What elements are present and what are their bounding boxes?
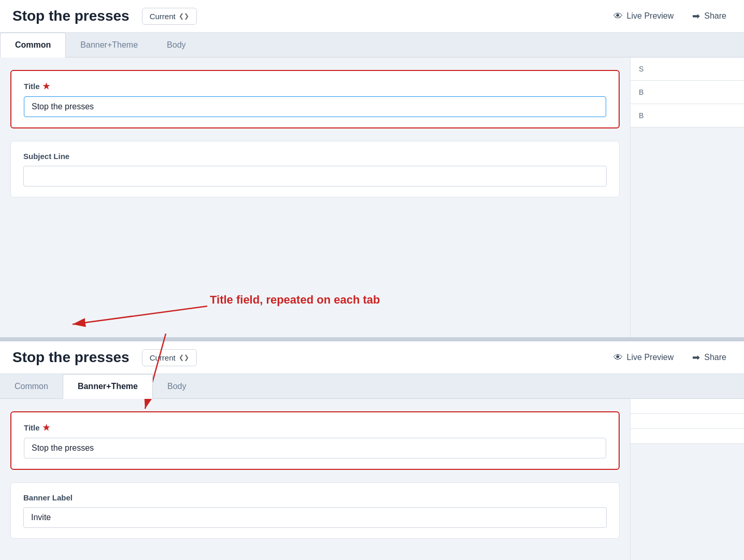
tab-common-top[interactable]: Common bbox=[0, 33, 66, 58]
live-preview-label-top: Live Preview bbox=[627, 11, 674, 21]
title-field-card-bottom: Title ★ bbox=[10, 411, 620, 470]
share-icon-bottom: ➡ bbox=[692, 352, 700, 363]
required-star-title-bottom: ★ bbox=[42, 423, 50, 433]
right-panel-item-s[interactable]: S bbox=[631, 58, 744, 81]
top-content-area: Title ★ Subject Line bbox=[0, 58, 630, 210]
panel-divider bbox=[0, 337, 744, 341]
tab-body-top[interactable]: Body bbox=[152, 33, 200, 57]
top-header: Stop the presses Current ❮❯ 👁 Live Previ… bbox=[0, 0, 744, 33]
page-title-bottom: Stop the presses bbox=[12, 349, 130, 366]
bottom-main-panel: Title ★ bbox=[0, 399, 630, 560]
right-panel-bottom-item-2[interactable] bbox=[631, 414, 744, 429]
top-panel: Stop the presses Current ❮❯ 👁 Live Previ… bbox=[0, 0, 744, 337]
title-field-card-top: Title ★ bbox=[10, 70, 620, 128]
live-preview-label-bottom: Live Preview bbox=[627, 353, 674, 362]
title-input-top[interactable] bbox=[24, 96, 606, 117]
subject-line-card-top: Subject Line bbox=[10, 141, 620, 197]
tab-banner-theme-bottom[interactable]: Banner+Theme bbox=[63, 374, 153, 399]
bottom-content-area: Title ★ bbox=[0, 399, 630, 551]
live-preview-button-bottom[interactable]: 👁 Live Preview bbox=[608, 349, 679, 366]
share-button-top[interactable]: ➡ Share bbox=[687, 7, 732, 25]
required-star-title-top: ★ bbox=[42, 81, 50, 91]
eye-icon-top: 👁 bbox=[613, 11, 623, 22]
banner-label-input-bottom[interactable] bbox=[23, 507, 607, 528]
version-dropdown-top[interactable]: Current ❮❯ bbox=[142, 8, 197, 25]
tab-body-bottom[interactable]: Body bbox=[153, 375, 201, 398]
version-label-bottom: Current bbox=[150, 353, 176, 362]
share-label-bottom: Share bbox=[704, 353, 726, 362]
right-panel-top: S B B bbox=[630, 58, 744, 337]
tabs-bar-bottom: Common Banner+Theme Body bbox=[0, 374, 744, 399]
subject-line-label-top: Subject Line bbox=[23, 152, 607, 161]
live-preview-button-top[interactable]: 👁 Live Preview bbox=[608, 8, 679, 25]
bottom-content-wrapper: Title ★ bbox=[0, 399, 744, 560]
title-input-bottom[interactable] bbox=[24, 438, 606, 458]
right-panel-item-b1[interactable]: B bbox=[631, 81, 744, 104]
tabs-bar-top: Common Banner+Theme Body bbox=[0, 33, 744, 58]
tab-banner-theme-top[interactable]: Banner+Theme bbox=[66, 33, 152, 57]
tab-common-bottom[interactable]: Common bbox=[0, 375, 63, 398]
right-panel-bottom bbox=[630, 399, 744, 560]
share-label-top: Share bbox=[704, 11, 726, 21]
title-label-bottom: Title ★ bbox=[24, 423, 606, 433]
chevron-down-icon-bottom: ❮❯ bbox=[179, 354, 189, 361]
banner-label-card-bottom: Banner Label bbox=[10, 482, 620, 539]
top-content-wrapper: Title ★ Subject Line S bbox=[0, 58, 744, 337]
chevron-down-icon: ❮❯ bbox=[179, 12, 189, 20]
version-label-top: Current bbox=[150, 12, 176, 21]
subject-line-input-top[interactable] bbox=[23, 166, 607, 186]
page-title-top: Stop the presses bbox=[12, 8, 130, 24]
bottom-header: Stop the presses Current ❮❯ 👁 Live Previ… bbox=[0, 341, 744, 374]
title-label-top: Title ★ bbox=[24, 81, 606, 91]
share-button-bottom[interactable]: ➡ Share bbox=[687, 349, 732, 366]
right-panel-bottom-item-1[interactable] bbox=[631, 399, 744, 414]
version-dropdown-bottom[interactable]: Current ❮❯ bbox=[142, 349, 197, 366]
banner-label-label-bottom: Banner Label bbox=[23, 493, 607, 502]
bottom-panel: Stop the presses Current ❮❯ 👁 Live Previ… bbox=[0, 341, 744, 560]
top-main-panel: Title ★ Subject Line bbox=[0, 58, 630, 337]
right-panel-item-b2[interactable]: B bbox=[631, 104, 744, 127]
right-panel-bottom-item-3[interactable] bbox=[631, 429, 744, 444]
share-icon-top: ➡ bbox=[692, 10, 700, 22]
eye-icon-bottom: 👁 bbox=[613, 352, 623, 363]
